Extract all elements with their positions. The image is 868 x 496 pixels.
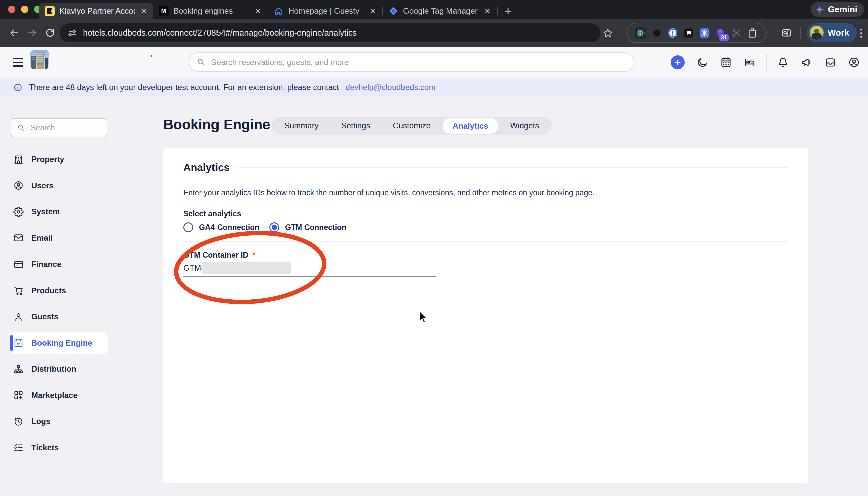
gemini-button[interactable]: Gemini [811, 2, 864, 17]
tab-widgets[interactable]: Widgets [499, 117, 551, 135]
bell-icon[interactable] [777, 56, 789, 68]
megaphone-icon[interactable] [801, 56, 812, 68]
radio-label: GA4 Connection [199, 223, 259, 232]
property-name-mark: ’ [151, 53, 153, 63]
sidebar-item-finance[interactable]: Finance [0, 251, 143, 278]
browser-tab[interactable]: Homepage | Guesty× [268, 3, 382, 19]
hamburger-menu-icon[interactable] [13, 58, 24, 67]
sidebar-item-label: System [31, 207, 60, 216]
sidebar-item-system[interactable]: System [0, 199, 143, 225]
calendar-check-icon [13, 338, 24, 348]
global-search-input[interactable] [211, 57, 626, 67]
sidebar-item-property[interactable]: Property [0, 146, 143, 173]
radio-circle-icon[interactable] [269, 222, 279, 232]
react-icon[interactable] [635, 27, 647, 39]
moon-icon[interactable] [696, 56, 708, 68]
tab-summary[interactable]: Summary [273, 117, 330, 135]
clipboard-icon[interactable] [747, 27, 758, 39]
url-text: hotels.cloudbeds.com/connect/270854#/man… [83, 28, 357, 38]
tab-analytics[interactable]: Analytics [443, 118, 498, 134]
back-icon[interactable] [9, 27, 20, 38]
calendar-31-icon[interactable]: 31 [715, 27, 726, 39]
property-logo[interactable] [30, 50, 49, 69]
browser-profile-button[interactable]: Work [807, 24, 857, 42]
header-divider [766, 54, 766, 71]
tab-customize[interactable]: Customize [381, 117, 442, 135]
sidebar-search[interactable] [11, 118, 107, 137]
site-info-icon[interactable] [68, 28, 77, 38]
onepassword-icon[interactable] [667, 27, 678, 39]
sidebar-item-label: Distribution [31, 364, 76, 374]
scissors-icon[interactable] [731, 27, 742, 39]
sidebar-item-label: Booking Engine [31, 338, 92, 347]
dark-gear-icon[interactable] [651, 27, 663, 39]
browser-menu-icon[interactable] [856, 27, 866, 39]
sidebar-item-marketplace[interactable]: Marketplace [0, 382, 143, 408]
bed-icon[interactable] [744, 56, 756, 68]
dark-square-icon[interactable] [683, 27, 694, 39]
inbox-icon[interactable] [824, 56, 836, 68]
sidebar-item-tickets[interactable]: Tickets [0, 435, 143, 461]
calendar-icon[interactable] [720, 56, 732, 68]
sidebar-item-label: Users [31, 181, 54, 190]
tab-title: Klaviyo Partner Account - Ana [59, 6, 135, 16]
tab-close-icon[interactable]: × [253, 6, 262, 16]
radio-ga4-connection[interactable]: GA4 Connection [184, 222, 259, 232]
sidebar-item-guests[interactable]: Guests [0, 304, 143, 330]
gmail-favicon: M [159, 6, 169, 16]
address-bar[interactable]: hotels.cloudbeds.com/connect/270854#/man… [60, 24, 601, 42]
bookmark-star-icon[interactable] [603, 28, 614, 39]
sidebar-item-label: Property [31, 155, 64, 164]
app-header-icons: + [670, 47, 860, 78]
trial-banner-link[interactable]: devhelp@cloudbeds.com [345, 83, 436, 92]
section-divider [184, 241, 788, 242]
booking-engine-tabs: SummarySettingsCustomizeAnalyticsWidgets [272, 117, 552, 135]
page-title: Booking Engine [164, 117, 270, 133]
reload-icon[interactable] [45, 27, 56, 38]
browser-tab[interactable]: MBooking engines× [153, 3, 267, 19]
window-close-button[interactable] [8, 6, 15, 13]
new-tab-button[interactable]: + [505, 4, 512, 18]
sidebar-nav: PropertyUsersSystemEmailFinanceProductsG… [0, 146, 143, 461]
browser-tab[interactable]: Klaviyo Partner Account - Ana× [40, 3, 153, 19]
sidebar-item-label: Logs [31, 417, 50, 426]
tab-title: Homepage | Guesty [288, 6, 363, 16]
input-underline [184, 276, 436, 277]
sidebar-item-logs[interactable]: Logs [0, 408, 143, 435]
sidebar-item-label: Email [31, 233, 53, 243]
guesty-favicon [274, 6, 283, 16]
search-icon [17, 124, 25, 132]
tab-close-icon[interactable]: × [368, 6, 377, 16]
global-search[interactable] [189, 52, 635, 72]
gemini-label: Gemini [828, 4, 857, 15]
history-icon [13, 416, 24, 427]
plus-circle-icon[interactable]: + [670, 56, 684, 69]
radio-circle-icon[interactable] [184, 222, 193, 232]
tab-close-icon[interactable]: × [483, 6, 492, 16]
credit-card-icon [13, 259, 24, 269]
account-icon[interactable] [848, 56, 860, 68]
sidebar-item-email[interactable]: Email [0, 225, 143, 251]
sidebar-item-users[interactable]: Users [0, 173, 143, 199]
radio-gtm-connection[interactable]: GTM Connection [269, 222, 346, 232]
sidebar-item-label: Tickets [31, 443, 59, 452]
cart-icon [13, 285, 24, 296]
browser-tab[interactable]: Google Tag Manager× [383, 3, 497, 19]
side-panel-icon[interactable] [781, 27, 792, 38]
sidebar-item-label: Finance [31, 260, 62, 269]
extensions-pill: 31 [626, 23, 766, 43]
select-analytics-label: Select analytics [184, 210, 788, 218]
sidebar-item-distribution[interactable]: Distribution [0, 356, 143, 382]
sidebar-item-booking-engine[interactable]: Booking Engine [0, 330, 143, 356]
building-icon [13, 154, 24, 165]
tab-settings[interactable]: Settings [330, 117, 382, 135]
person-icon [13, 312, 24, 322]
sidebar-item-products[interactable]: Products [0, 278, 143, 304]
sidebar-search-input[interactable] [30, 123, 101, 133]
tab-close-icon[interactable]: × [139, 6, 148, 16]
forward-icon[interactable] [27, 27, 38, 38]
required-asterisk: * [252, 250, 255, 260]
gtm-container-id-field[interactable]: GTM-T [184, 262, 788, 274]
blue-flake-icon[interactable] [699, 27, 710, 39]
window-minimize-button[interactable] [21, 6, 28, 13]
